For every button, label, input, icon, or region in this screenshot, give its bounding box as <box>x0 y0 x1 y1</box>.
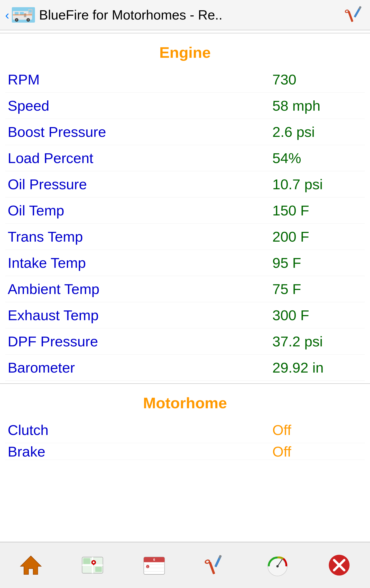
svg-rect-5 <box>29 10 32 12</box>
home-icon <box>19 554 42 577</box>
table-row: Barometer 29.92 in <box>5 355 365 381</box>
value-exhaust-temp: 300 F <box>272 307 362 324</box>
nav-settings[interactable] <box>185 542 247 588</box>
map-icon <box>81 554 104 577</box>
value-intake-temp: 95 F <box>272 254 362 271</box>
header-title: BlueFire for Motorhomes - Re.. <box>39 7 344 23</box>
value-rpm: 730 <box>272 71 362 88</box>
table-row: RPM 730 <box>5 67 365 93</box>
gauge-icon <box>266 554 289 577</box>
table-row: Ambient Temp 75 F <box>5 276 365 302</box>
header-divider <box>0 33 370 33</box>
settings-icon <box>204 554 227 577</box>
page-container: ‹ BlueFire for Motorhomes - Re.. <box>0 0 370 511</box>
label-intake-temp: Intake Temp <box>8 254 272 271</box>
svg-point-7 <box>16 19 17 21</box>
value-ambient-temp: 75 F <box>272 281 362 297</box>
label-trans-temp: Trans Temp <box>8 228 272 245</box>
motorhome-data-section: Clutch Off Brake Off <box>0 417 370 460</box>
label-speed: Speed <box>8 97 272 114</box>
engine-data-section: RPM 730 Speed 58 mph Boost Pressure 2.6 … <box>0 67 370 381</box>
svg-marker-17 <box>21 556 41 574</box>
table-row: Brake Off <box>5 443 365 460</box>
table-row: Clutch Off <box>5 417 365 443</box>
table-row: Intake Temp 95 F <box>5 250 365 276</box>
value-barometer: 29.92 in <box>272 359 362 376</box>
bottom-navigation: 6 1 <box>0 542 370 588</box>
svg-point-9 <box>27 19 29 21</box>
value-trans-temp: 200 F <box>272 228 362 245</box>
svg-rect-37 <box>209 562 215 574</box>
value-speed: 58 mph <box>272 97 362 114</box>
svg-rect-14 <box>348 11 354 22</box>
label-oil-pressure: Oil Pressure <box>8 176 272 193</box>
table-row: Boost Pressure 2.6 psi <box>5 119 365 145</box>
nav-calendar[interactable]: 6 1 <box>123 542 185 588</box>
header-tools-icon[interactable] <box>344 5 365 25</box>
svg-rect-3 <box>15 12 18 15</box>
engine-section-header: Engine <box>0 36 370 67</box>
table-row: Oil Pressure 10.7 psi <box>5 171 365 197</box>
label-oil-temp: Oil Temp <box>8 202 272 219</box>
nav-home[interactable] <box>0 542 62 588</box>
value-oil-temp: 150 F <box>272 202 362 219</box>
label-load-percent: Load Percent <box>8 150 272 166</box>
svg-rect-11 <box>13 15 32 15</box>
nav-maps[interactable] <box>62 542 123 588</box>
table-row: Load Percent 54% <box>5 145 365 171</box>
value-load-percent: 54% <box>272 150 362 166</box>
svg-rect-4 <box>20 12 24 15</box>
label-ambient-temp: Ambient Temp <box>8 281 272 297</box>
value-oil-pressure: 10.7 psi <box>272 176 362 193</box>
label-exhaust-temp: Exhaust Temp <box>8 307 272 324</box>
svg-point-42 <box>276 565 279 567</box>
svg-rect-25 <box>95 567 102 572</box>
label-rpm: RPM <box>8 71 272 88</box>
value-dpf-pressure: 37.2 psi <box>272 333 362 350</box>
label-clutch: Clutch <box>8 422 272 438</box>
back-arrow[interactable]: ‹ <box>5 8 9 22</box>
svg-rect-24 <box>83 558 90 564</box>
table-row: DPF Pressure 37.2 psi <box>5 328 365 355</box>
label-dpf-pressure: DPF Pressure <box>8 333 272 350</box>
label-boost-pressure: Boost Pressure <box>8 124 272 140</box>
value-clutch: Off <box>272 422 362 438</box>
calendar-icon: 6 1 <box>143 554 166 577</box>
header: ‹ BlueFire for Motorhomes - Re.. <box>0 0 370 30</box>
rv-icon <box>12 6 35 24</box>
table-row: Trans Temp 200 F <box>5 224 365 250</box>
svg-point-23 <box>93 562 95 563</box>
label-brake: Brake <box>8 443 272 460</box>
motorhome-section-header: Motorhome <box>0 386 370 417</box>
label-barometer: Barometer <box>8 359 272 376</box>
value-brake: Off <box>272 443 362 460</box>
table-row: Speed 58 mph <box>5 93 365 119</box>
value-boost-pressure: 2.6 psi <box>272 124 362 140</box>
table-row: Oil Temp 150 F <box>5 197 365 224</box>
close-icon <box>328 554 351 577</box>
table-row: Exhaust Temp 300 F <box>5 302 365 328</box>
nav-gauge[interactable] <box>247 542 308 588</box>
svg-text:6: 6 <box>153 558 155 562</box>
engine-motorhome-divider <box>0 383 370 384</box>
nav-close[interactable] <box>308 542 370 588</box>
svg-text:1: 1 <box>147 565 148 568</box>
